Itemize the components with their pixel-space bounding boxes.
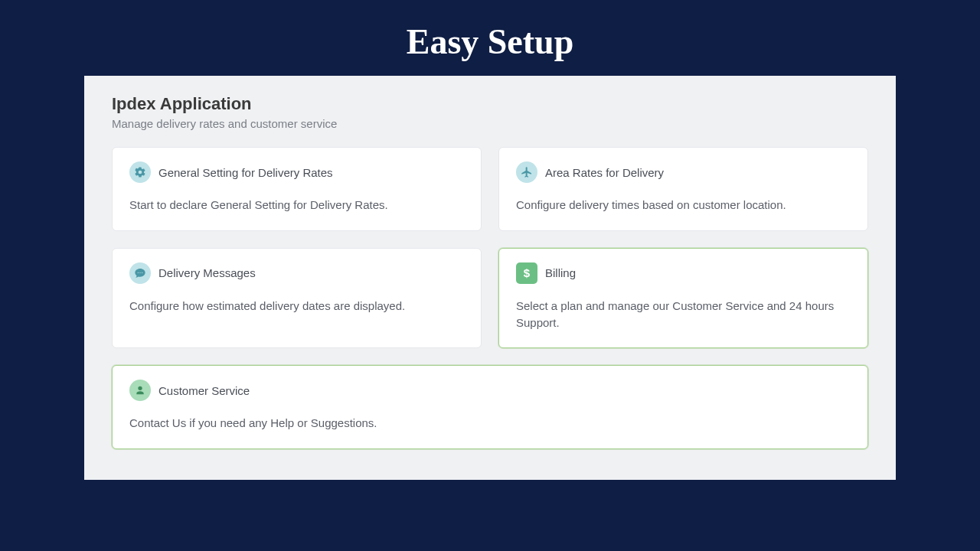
card-area-rates[interactable]: Area Rates for Delivery Configure delive… [498, 147, 868, 231]
hero-title: Easy Setup [0, 0, 980, 76]
card-delivery-messages[interactable]: Delivery Messages Configure how estimate… [112, 248, 482, 349]
chat-icon [129, 262, 151, 284]
card-desc: Configure delivery times based on custom… [516, 197, 851, 214]
person-icon [129, 380, 151, 401]
card-desc: Configure how estimated delivery dates a… [129, 298, 464, 315]
card-desc: Contact Us if you need any Help or Sugge… [129, 415, 851, 432]
card-desc: Start to declare General Setting for Del… [129, 197, 464, 214]
page-subtitle: Manage delivery rates and customer servi… [112, 117, 868, 130]
gear-icon [129, 161, 151, 183]
card-head: Delivery Messages [129, 262, 464, 284]
cards-grid: General Setting for Delivery Rates Start… [112, 147, 868, 449]
card-head: Area Rates for Delivery [516, 161, 851, 183]
card-head: Customer Service [129, 380, 851, 401]
card-title: Delivery Messages [158, 266, 256, 279]
card-billing[interactable]: $ Billing Select a plan and manage our C… [498, 248, 868, 349]
card-head: $ Billing [516, 262, 851, 284]
page-title: Ipdex Application [112, 94, 868, 114]
card-title: General Setting for Delivery Rates [158, 166, 333, 179]
dollar-icon: $ [516, 262, 537, 284]
app-panel: Ipdex Application Manage delivery rates … [84, 76, 896, 480]
card-general-settings[interactable]: General Setting for Delivery Rates Start… [112, 147, 482, 231]
card-desc: Select a plan and manage our Customer Se… [516, 298, 851, 331]
card-customer-service[interactable]: Customer Service Contact Us if you need … [112, 365, 868, 449]
card-title: Customer Service [158, 384, 250, 397]
card-title: Area Rates for Delivery [545, 166, 664, 179]
card-title: Billing [545, 266, 576, 279]
card-head: General Setting for Delivery Rates [129, 161, 464, 183]
plane-icon [516, 161, 537, 183]
